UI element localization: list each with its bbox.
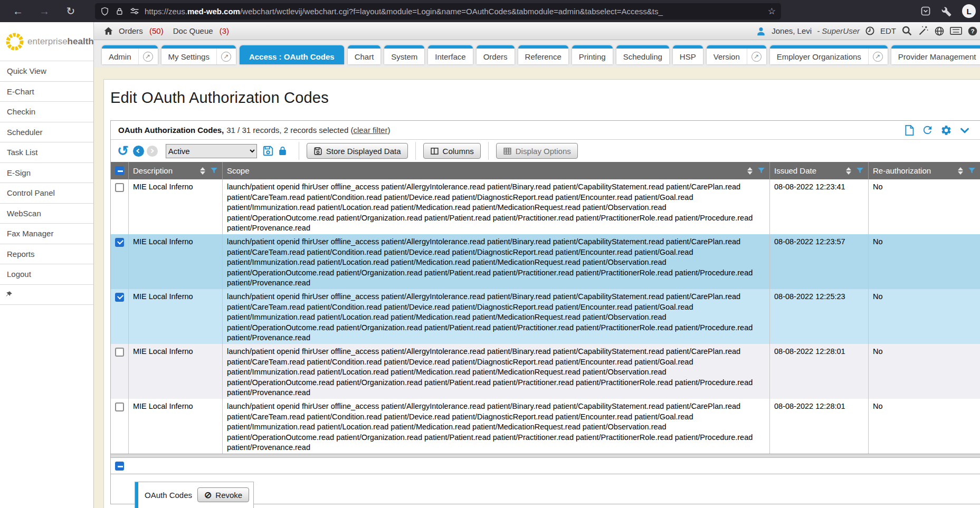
- sidebar-item-fax-manager[interactable]: Fax Manager: [0, 224, 93, 244]
- undo-icon[interactable]: ↺: [117, 144, 129, 158]
- select-all-checkbox[interactable]: [115, 166, 124, 175]
- tab-orders[interactable]: Orders: [477, 45, 515, 64]
- orders-link[interactable]: Orders (50): [119, 26, 164, 35]
- browser-reload-button[interactable]: ↻: [64, 5, 77, 17]
- extension-wrench-icon[interactable]: [941, 6, 952, 16]
- cell-issued-date: 08-08-2022 12:25:23: [769, 289, 868, 344]
- url-bar[interactable]: https://zeus.med-web.com/webchart/wctlev…: [95, 3, 781, 20]
- tab-provider-management[interactable]: Provider Management↗: [891, 45, 980, 64]
- tab-system[interactable]: System: [384, 45, 424, 64]
- sort-icon[interactable]: [200, 167, 205, 175]
- save-icon[interactable]: [262, 145, 274, 157]
- tab-printing[interactable]: Printing: [572, 45, 613, 64]
- pushpin-icon[interactable]: [5, 291, 13, 298]
- table-row[interactable]: MIE Local Inferno launch/patient openid …: [111, 399, 980, 454]
- pocket-icon[interactable]: [920, 6, 931, 16]
- external-link-icon[interactable]: ↗: [143, 52, 153, 62]
- tab-access-oauth-codes[interactable]: Access : OAuth Codes: [240, 45, 344, 64]
- active-tab-accent: [135, 482, 138, 508]
- row-checkbox[interactable]: [115, 348, 124, 357]
- clear-filter-link[interactable]: clear filter: [353, 126, 387, 135]
- sidebar-item-e-chart[interactable]: E-Chart: [0, 82, 93, 102]
- refresh-icon[interactable]: [921, 124, 934, 136]
- sort-icon[interactable]: [747, 167, 753, 175]
- tab-reference[interactable]: Reference: [518, 45, 568, 64]
- globe-icon[interactable]: [934, 26, 945, 36]
- previous-page-button[interactable]: [133, 146, 144, 157]
- external-link-icon[interactable]: ↗: [221, 52, 231, 62]
- logo-sun-icon: [4, 31, 25, 52]
- row-checkbox[interactable]: [115, 238, 124, 247]
- filter-funnel-icon[interactable]: [968, 167, 976, 175]
- sidebar-item-logout[interactable]: Logout: [0, 264, 93, 285]
- tab-admin[interactable]: Admin↗: [102, 45, 158, 64]
- column-header-scope[interactable]: Scope: [222, 162, 769, 179]
- tab-my-settings[interactable]: My Settings↗: [161, 45, 236, 64]
- tab-hsp[interactable]: HSP: [673, 45, 703, 64]
- chevron-down-icon[interactable]: [959, 124, 971, 136]
- browser-back-button[interactable]: ←: [12, 5, 24, 17]
- browser-forward-button[interactable]: →: [38, 5, 51, 17]
- tab-chart[interactable]: Chart: [348, 45, 381, 64]
- select-all-checkbox[interactable]: [115, 462, 124, 471]
- revoke-button[interactable]: ⊘ Revoke: [197, 487, 249, 502]
- browser-profile-avatar[interactable]: L: [962, 4, 976, 18]
- gear-icon[interactable]: [940, 124, 952, 136]
- table-row[interactable]: MIE Local Inferno launch/patient openid …: [111, 344, 980, 399]
- filter-funnel-icon[interactable]: [856, 167, 864, 175]
- lock-icon[interactable]: [116, 7, 123, 16]
- row-checkbox[interactable]: [115, 183, 124, 192]
- table-row[interactable]: MIE Local Inferno launch/patient openid …: [111, 234, 980, 289]
- columns-button[interactable]: Columns: [423, 143, 481, 159]
- oauth-codes-tab-label[interactable]: OAuth Codes: [145, 491, 192, 500]
- sidebar: enterprisehealth Quick View E-Chart Chec…: [0, 22, 94, 508]
- sidebar-item-checkin[interactable]: Checkin: [0, 102, 93, 122]
- tracking-shield-icon[interactable]: [100, 7, 109, 16]
- sort-icon[interactable]: [846, 167, 851, 175]
- horizontal-scrollbar[interactable]: [111, 454, 980, 458]
- external-link-icon[interactable]: ↗: [751, 52, 762, 62]
- sidebar-item-e-sign[interactable]: E-Sign: [0, 163, 93, 184]
- sidebar-item-webscan[interactable]: WebScan: [0, 204, 93, 224]
- filter-funnel-icon[interactable]: [757, 167, 765, 175]
- tab-scheduling[interactable]: Scheduling: [616, 45, 669, 64]
- sidebar-item-control-panel[interactable]: Control Panel: [0, 183, 93, 204]
- bookmark-star-icon[interactable]: ☆: [768, 6, 776, 17]
- tab-employer-organizations[interactable]: Employer Organizations↗: [770, 45, 888, 64]
- external-link-icon[interactable]: ↗: [873, 52, 883, 62]
- status-filter-select[interactable]: Active: [166, 144, 257, 158]
- sidebar-pin-row[interactable]: [0, 285, 93, 305]
- user-role: - SuperUser: [817, 26, 860, 35]
- search-icon[interactable]: [901, 25, 912, 36]
- sidebar-item-quick-view[interactable]: Quick View: [0, 61, 93, 82]
- store-displayed-data-button[interactable]: Store Displayed Data: [307, 143, 408, 159]
- next-page-button[interactable]: [147, 146, 158, 157]
- row-checkbox[interactable]: [115, 293, 124, 302]
- column-header-re-authorization[interactable]: Re-authorization: [868, 162, 980, 179]
- table-row[interactable]: MIE Local Inferno launch/patient openid …: [111, 179, 980, 234]
- user-name[interactable]: Jones, Levi: [772, 26, 812, 35]
- sidebar-item-reports[interactable]: Reports: [0, 244, 93, 265]
- sort-icon[interactable]: [958, 167, 963, 175]
- help-icon[interactable]: ?: [967, 26, 978, 36]
- url-text[interactable]: https://zeus.med-web.com/webchart/wctlev…: [145, 7, 764, 16]
- doc-queue-link[interactable]: Doc Queue (3): [173, 26, 229, 35]
- clock-icon[interactable]: [865, 26, 875, 36]
- sidebar-item-task-list[interactable]: Task List: [0, 142, 93, 163]
- lock-icon[interactable]: [278, 145, 288, 157]
- home-icon[interactable]: [103, 26, 113, 36]
- table-row[interactable]: MIE Local Inferno launch/patient openid …: [111, 289, 980, 344]
- new-document-icon[interactable]: [904, 124, 915, 136]
- permissions-icon[interactable]: [130, 7, 139, 15]
- magic-wand-icon[interactable]: [918, 25, 929, 36]
- tab-version[interactable]: Version↗: [707, 45, 766, 64]
- keyboard-icon[interactable]: [950, 26, 962, 35]
- display-options-button[interactable]: Display Options: [496, 143, 578, 159]
- filter-funnel-icon[interactable]: [210, 167, 218, 175]
- timezone-label: EDT: [880, 26, 896, 35]
- column-header-issued-date[interactable]: Issued Date: [769, 162, 868, 179]
- row-checkbox[interactable]: [115, 402, 124, 411]
- sidebar-item-scheduler[interactable]: Scheduler: [0, 122, 93, 143]
- column-header-description[interactable]: Description: [128, 162, 222, 179]
- tab-interface[interactable]: Interface: [428, 45, 472, 64]
